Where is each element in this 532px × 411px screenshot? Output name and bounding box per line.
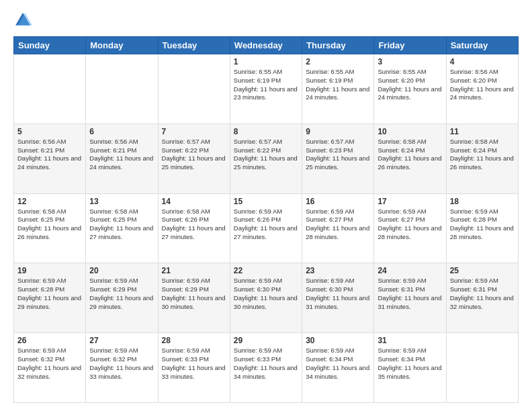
- day-info: Sunrise: 6:59 AM Sunset: 6:28 PM Dayligh…: [17, 277, 82, 311]
- day-number: 5: [17, 127, 82, 136]
- day-number: 30: [306, 336, 370, 345]
- day-number: 23: [306, 266, 370, 275]
- day-number: 4: [450, 57, 515, 66]
- header: [13, 11, 519, 30]
- day-number: 9: [306, 127, 370, 136]
- calendar-cell: 10Sunrise: 6:58 AM Sunset: 6:24 PM Dayli…: [374, 124, 446, 193]
- day-number: 18: [450, 197, 515, 206]
- day-number: 21: [162, 266, 226, 275]
- calendar-cell: 5Sunrise: 6:56 AM Sunset: 6:21 PM Daylig…: [14, 124, 86, 193]
- calendar-cell: 18Sunrise: 6:59 AM Sunset: 6:28 PM Dayli…: [446, 193, 518, 263]
- calendar-cell: 31Sunrise: 6:59 AM Sunset: 6:34 PM Dayli…: [374, 333, 446, 403]
- day-number: 8: [234, 127, 298, 136]
- day-info: Sunrise: 6:59 AM Sunset: 6:29 PM Dayligh…: [162, 277, 226, 311]
- calendar-cell: 1Sunrise: 6:55 AM Sunset: 6:19 PM Daylig…: [230, 54, 302, 124]
- calendar-table: SundayMondayTuesdayWednesdayThursdayFrid…: [13, 36, 519, 403]
- calendar-cell: 12Sunrise: 6:58 AM Sunset: 6:25 PM Dayli…: [14, 193, 86, 263]
- day-info: Sunrise: 6:59 AM Sunset: 6:32 PM Dayligh…: [89, 347, 154, 381]
- day-info: Sunrise: 6:59 AM Sunset: 6:29 PM Dayligh…: [89, 277, 154, 311]
- day-info: Sunrise: 6:58 AM Sunset: 6:26 PM Dayligh…: [162, 208, 226, 242]
- calendar-cell: [86, 54, 158, 124]
- page: SundayMondayTuesdayWednesdayThursdayFrid…: [0, 0, 532, 411]
- calendar-cell: 6Sunrise: 6:56 AM Sunset: 6:21 PM Daylig…: [86, 124, 158, 193]
- day-info: Sunrise: 6:58 AM Sunset: 6:25 PM Dayligh…: [17, 208, 82, 242]
- calendar-cell: 11Sunrise: 6:58 AM Sunset: 6:24 PM Dayli…: [446, 124, 518, 193]
- day-info: Sunrise: 6:59 AM Sunset: 6:32 PM Dayligh…: [17, 347, 82, 381]
- calendar-cell: 20Sunrise: 6:59 AM Sunset: 6:29 PM Dayli…: [86, 263, 158, 333]
- calendar-cell: 21Sunrise: 6:59 AM Sunset: 6:29 PM Dayli…: [158, 263, 230, 333]
- day-info: Sunrise: 6:59 AM Sunset: 6:31 PM Dayligh…: [378, 277, 442, 311]
- calendar-cell: [446, 333, 518, 403]
- day-number: 3: [378, 57, 442, 66]
- calendar-cell: 27Sunrise: 6:59 AM Sunset: 6:32 PM Dayli…: [86, 333, 158, 403]
- day-number: 25: [450, 266, 515, 275]
- day-number: 12: [17, 197, 82, 206]
- day-number: 14: [162, 197, 226, 206]
- day-info: Sunrise: 6:59 AM Sunset: 6:30 PM Dayligh…: [234, 277, 298, 311]
- day-info: Sunrise: 6:55 AM Sunset: 6:19 PM Dayligh…: [234, 68, 298, 102]
- calendar-cell: 17Sunrise: 6:59 AM Sunset: 6:27 PM Dayli…: [374, 193, 446, 263]
- calendar-cell: 15Sunrise: 6:59 AM Sunset: 6:26 PM Dayli…: [230, 193, 302, 263]
- day-info: Sunrise: 6:55 AM Sunset: 6:20 PM Dayligh…: [378, 68, 442, 102]
- week-row-5: 26Sunrise: 6:59 AM Sunset: 6:32 PM Dayli…: [14, 333, 519, 403]
- day-info: Sunrise: 6:59 AM Sunset: 6:26 PM Dayligh…: [234, 208, 298, 242]
- day-info: Sunrise: 6:59 AM Sunset: 6:27 PM Dayligh…: [306, 208, 370, 242]
- week-row-2: 5Sunrise: 6:56 AM Sunset: 6:21 PM Daylig…: [14, 124, 519, 193]
- weekday-header-monday: Monday: [86, 37, 158, 54]
- day-number: 28: [162, 336, 226, 345]
- weekday-header-thursday: Thursday: [302, 37, 374, 54]
- day-info: Sunrise: 6:58 AM Sunset: 6:24 PM Dayligh…: [378, 138, 442, 172]
- calendar-cell: 7Sunrise: 6:57 AM Sunset: 6:22 PM Daylig…: [158, 124, 230, 193]
- day-info: Sunrise: 6:59 AM Sunset: 6:33 PM Dayligh…: [234, 347, 298, 381]
- day-info: Sunrise: 6:57 AM Sunset: 6:23 PM Dayligh…: [306, 138, 370, 172]
- calendar-cell: 14Sunrise: 6:58 AM Sunset: 6:26 PM Dayli…: [158, 193, 230, 263]
- day-number: 29: [234, 336, 298, 345]
- day-number: 7: [162, 127, 226, 136]
- weekday-header-saturday: Saturday: [446, 37, 518, 54]
- day-number: 10: [378, 127, 442, 136]
- day-number: 19: [17, 266, 82, 275]
- week-row-1: 1Sunrise: 6:55 AM Sunset: 6:19 PM Daylig…: [14, 54, 519, 124]
- day-info: Sunrise: 6:59 AM Sunset: 6:30 PM Dayligh…: [306, 277, 370, 311]
- calendar-cell: 3Sunrise: 6:55 AM Sunset: 6:20 PM Daylig…: [374, 54, 446, 124]
- week-row-4: 19Sunrise: 6:59 AM Sunset: 6:28 PM Dayli…: [14, 263, 519, 333]
- calendar-cell: 9Sunrise: 6:57 AM Sunset: 6:23 PM Daylig…: [302, 124, 374, 193]
- calendar-cell: 22Sunrise: 6:59 AM Sunset: 6:30 PM Dayli…: [230, 263, 302, 333]
- calendar-cell: 26Sunrise: 6:59 AM Sunset: 6:32 PM Dayli…: [14, 333, 86, 403]
- calendar-cell: 4Sunrise: 6:56 AM Sunset: 6:20 PM Daylig…: [446, 54, 518, 124]
- day-number: 31: [378, 336, 442, 345]
- weekday-header-friday: Friday: [374, 37, 446, 54]
- day-info: Sunrise: 6:56 AM Sunset: 6:20 PM Dayligh…: [450, 68, 515, 102]
- day-info: Sunrise: 6:57 AM Sunset: 6:22 PM Dayligh…: [162, 138, 226, 172]
- calendar-cell: 8Sunrise: 6:57 AM Sunset: 6:22 PM Daylig…: [230, 124, 302, 193]
- calendar-cell: 30Sunrise: 6:59 AM Sunset: 6:34 PM Dayli…: [302, 333, 374, 403]
- calendar-cell: 23Sunrise: 6:59 AM Sunset: 6:30 PM Dayli…: [302, 263, 374, 333]
- day-number: 2: [306, 57, 370, 66]
- calendar-cell: 24Sunrise: 6:59 AM Sunset: 6:31 PM Dayli…: [374, 263, 446, 333]
- day-number: 6: [89, 127, 154, 136]
- day-info: Sunrise: 6:57 AM Sunset: 6:22 PM Dayligh…: [234, 138, 298, 172]
- day-info: Sunrise: 6:58 AM Sunset: 6:25 PM Dayligh…: [89, 208, 154, 242]
- day-number: 22: [234, 266, 298, 275]
- day-info: Sunrise: 6:58 AM Sunset: 6:24 PM Dayligh…: [450, 138, 515, 172]
- day-number: 16: [306, 197, 370, 206]
- day-number: 1: [234, 57, 298, 66]
- day-info: Sunrise: 6:59 AM Sunset: 6:33 PM Dayligh…: [162, 347, 226, 381]
- logo: [13, 11, 35, 30]
- calendar-cell: 13Sunrise: 6:58 AM Sunset: 6:25 PM Dayli…: [86, 193, 158, 263]
- weekday-header-tuesday: Tuesday: [158, 37, 230, 54]
- logo-icon: [13, 11, 32, 30]
- day-info: Sunrise: 6:55 AM Sunset: 6:19 PM Dayligh…: [306, 68, 370, 102]
- calendar-cell: 29Sunrise: 6:59 AM Sunset: 6:33 PM Dayli…: [230, 333, 302, 403]
- day-number: 26: [17, 336, 82, 345]
- day-number: 17: [378, 197, 442, 206]
- calendar-cell: 25Sunrise: 6:59 AM Sunset: 6:31 PM Dayli…: [446, 263, 518, 333]
- day-number: 11: [450, 127, 515, 136]
- day-number: 13: [89, 197, 154, 206]
- day-info: Sunrise: 6:59 AM Sunset: 6:31 PM Dayligh…: [450, 277, 515, 311]
- weekday-header-wednesday: Wednesday: [230, 37, 302, 54]
- day-info: Sunrise: 6:59 AM Sunset: 6:28 PM Dayligh…: [450, 208, 515, 242]
- day-number: 20: [89, 266, 154, 275]
- day-number: 27: [89, 336, 154, 345]
- calendar-cell: 16Sunrise: 6:59 AM Sunset: 6:27 PM Dayli…: [302, 193, 374, 263]
